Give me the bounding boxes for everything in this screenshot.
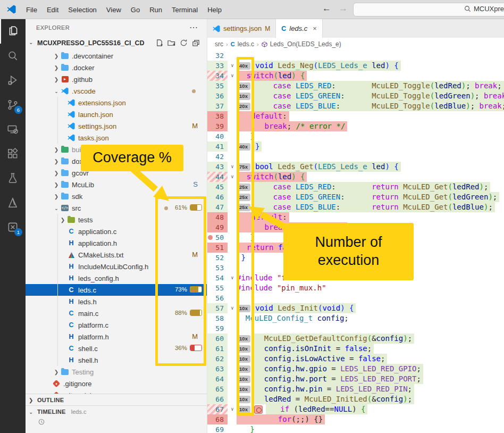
fold-chevron-icon[interactable]: ∨ <box>229 273 236 283</box>
vscode-file-icon <box>61 87 69 95</box>
tree-item-cmakelists-txt[interactable]: CMakeLists.txtM <box>26 249 207 261</box>
search-input[interactable]: MCUXpre <box>353 3 504 16</box>
code-text: case LEDS_RED: McuLED_Toggle(ledRed); br… <box>254 81 504 91</box>
search-icon[interactable] <box>0 44 26 68</box>
menu-run[interactable]: Run <box>145 4 167 16</box>
tree-item-sdk[interactable]: ❯sdk <box>26 190 207 202</box>
line-number: 47 <box>207 202 228 212</box>
h-file-icon: H <box>67 239 75 247</box>
tree-item-build[interactable]: ❯build <box>26 144 207 155</box>
outline-label: OUTLINE <box>37 397 64 403</box>
tree-item-tasks-json[interactable]: tasks.json <box>26 132 207 144</box>
chevron-down-icon: ⌄ <box>52 205 61 211</box>
breadcrumb[interactable]: src › C leds.c › Leds_On(LEDS_Leds_e) <box>207 38 504 51</box>
code-line-39: 39 break; /* error */ <box>207 121 504 131</box>
tree-item-platform-h[interactable]: Hplatform.hM <box>26 331 207 343</box>
tree-item-launch-json[interactable]: launch.json <box>26 109 207 120</box>
menu-file[interactable]: File <box>21 4 42 16</box>
menu-go[interactable]: Go <box>126 4 145 16</box>
close-icon[interactable]: × <box>313 24 317 32</box>
tree-item-shell-c[interactable]: Cshell.c36% <box>26 343 207 354</box>
tree-item-platform-c[interactable]: Cplatform.c <box>26 319 207 331</box>
tree-item-src[interactable]: ⌄</>src61% <box>26 202 207 214</box>
breadcrumb-symbol[interactable]: Leds_On(LEDS_Leds_e) <box>270 40 341 48</box>
tree-item--gitignore[interactable]: .gitignore <box>26 378 207 389</box>
badge-count: 1 <box>14 228 22 236</box>
tree-item-label: .github <box>72 76 93 84</box>
menu-edit[interactable]: Edit <box>42 4 63 16</box>
tree-item-label: extensions.json <box>78 99 126 107</box>
cmake-icon[interactable] <box>0 190 26 215</box>
tab-leds-c[interactable]: C leds.c × <box>276 19 323 38</box>
src-folder-icon: </> <box>61 204 69 212</box>
menu-selection[interactable]: Selection <box>63 4 101 16</box>
new-folder-icon[interactable] <box>167 39 175 47</box>
tree-item-includemculibconfig-h[interactable]: HIncludeMcuLibConfig.h <box>26 261 207 272</box>
chevron-down-icon: ⌄ <box>29 39 33 45</box>
outline-section[interactable]: ❯ OUTLINE <box>26 394 207 405</box>
breadcrumb-file[interactable]: leds.c <box>238 40 254 48</box>
tree-item-main-c[interactable]: Cmain.c88% <box>26 307 207 319</box>
source-control-icon[interactable]: 6 <box>0 93 26 117</box>
tree-item-application-c[interactable]: Capplication.c <box>26 226 207 237</box>
line-number: 52 <box>207 253 228 263</box>
extensions-icon[interactable] <box>0 141 26 166</box>
back-arrow-icon[interactable]: ← <box>322 3 331 14</box>
project-root-row[interactable]: ⌄ MCUXPRESSO_LPC55S16_CI_CD <box>26 37 207 50</box>
tab-settings-json[interactable]: settings.json M <box>207 19 276 38</box>
tree-item--gitmodules[interactable]: .gitmodules <box>26 389 207 394</box>
fold-chevron-icon[interactable]: ∨ <box>229 61 236 71</box>
explorer-more-icon[interactable]: ⋯ <box>189 22 198 32</box>
x-extension-icon[interactable]: 1 <box>0 215 26 239</box>
fold-chevron-icon[interactable]: ∨ <box>229 404 236 414</box>
line-number: 58 <box>207 313 228 323</box>
code-line-32: 32 <box>207 51 504 61</box>
tree-item-tests[interactable]: ❯tests <box>26 214 207 226</box>
tree-item--vscode[interactable]: ⌄.vscode <box>26 85 207 97</box>
code-text: switch(led) { <box>237 71 307 81</box>
tree-item-leds-h[interactable]: Hleds.h <box>26 296 207 307</box>
chevron-right-icon: ❯ <box>29 397 35 403</box>
remote-explorer-icon[interactable] <box>0 117 26 141</box>
code-text: case LEDS_GREEN: McuLED_Toggle(ledGreen)… <box>254 91 504 101</box>
code-line-65: 6510x config.hw.pin = LEDS_LED_RED_PIN; <box>207 384 504 394</box>
tree-item-gcovr[interactable]: ❯gcovr <box>26 167 207 179</box>
badge-count: 6 <box>14 106 22 114</box>
menu-help[interactable]: Help <box>203 4 226 16</box>
fold-chevron-icon[interactable]: ∨ <box>229 162 236 172</box>
collapse-all-icon[interactable] <box>192 39 200 47</box>
explorer-icon[interactable] <box>0 19 26 44</box>
testing-icon[interactable] <box>0 166 26 190</box>
code-text: config.hw.gpio = LEDS_LED_RED_GPIO; <box>254 364 423 374</box>
tree-item-settings-json[interactable]: settings.jsonM <box>26 120 207 132</box>
tree-item-label: main.c <box>78 310 98 318</box>
run-debug-icon[interactable] <box>0 68 26 93</box>
tree-item-shell-h[interactable]: Hshell.h <box>26 354 207 366</box>
tree-item-testing[interactable]: ❯Testing <box>26 366 207 378</box>
tree-item--docker[interactable]: ❯.docker <box>26 62 207 73</box>
build-folder-icon <box>61 145 69 154</box>
timeline-section[interactable]: ⌄ TIMELINE leds.c <box>26 405 207 433</box>
forward-arrow-icon[interactable]: → <box>339 3 348 14</box>
tree-item-application-h[interactable]: Happlication.h <box>26 237 207 249</box>
fold-chevron-icon[interactable]: ∨ <box>229 172 236 182</box>
tree-item--github[interactable]: ❯▸.github <box>26 73 207 85</box>
menu-view[interactable]: View <box>102 4 126 16</box>
new-file-icon[interactable] <box>155 39 163 47</box>
execution-count-badge: 75x <box>237 163 250 171</box>
c-file-icon: C <box>67 344 75 353</box>
coverage-badge: 36% <box>175 345 202 351</box>
refresh-icon[interactable] <box>180 39 188 47</box>
breadcrumb-src[interactable]: src <box>215 40 223 48</box>
menu-terminal[interactable]: Terminal <box>167 4 203 16</box>
tree-item-doxy[interactable]: ❯doxy <box>26 155 207 167</box>
tree-item-mculib[interactable]: ❯McuLibS <box>26 179 207 190</box>
tree-item-leds-config-h[interactable]: Hleds_config.h <box>26 272 207 284</box>
tree-item-extensions-json[interactable]: extensions.json <box>26 97 207 109</box>
tree-item-leds-c[interactable]: Cleds.c73% <box>26 284 207 296</box>
fold-chevron-icon[interactable]: ∨ <box>229 303 236 313</box>
c-file-icon: C <box>67 321 75 329</box>
execution-count-badge: 25x <box>237 194 250 201</box>
fold-chevron-icon[interactable]: ∨ <box>229 71 236 81</box>
tree-item--devcontainer[interactable]: ❯.devcontainer <box>26 50 207 62</box>
